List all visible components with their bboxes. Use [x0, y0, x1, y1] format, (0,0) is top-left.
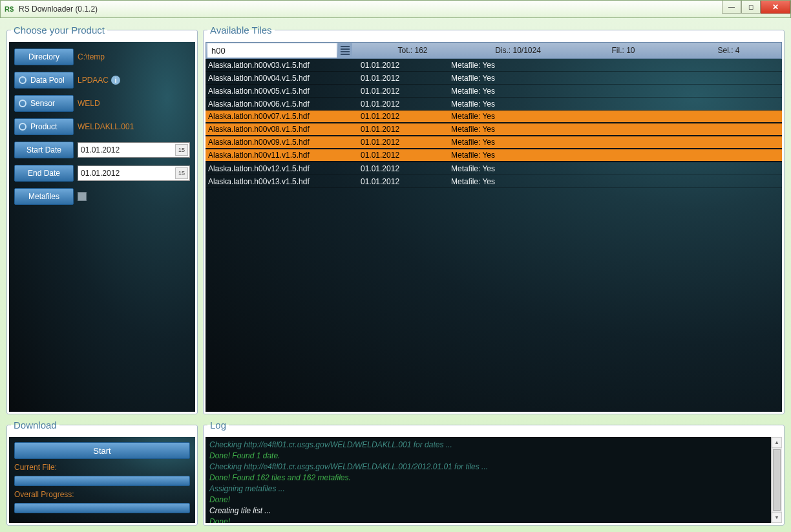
tile-row[interactable]: Alaska.latlon.h00v11.v1.5.hdf01.01.2012M… — [206, 149, 782, 162]
info-icon[interactable]: i — [111, 76, 120, 85]
sensor-button[interactable]: Sensor — [14, 95, 74, 112]
close-button[interactable]: ✕ — [761, 1, 790, 14]
tile-date: 01.01.2012 — [361, 74, 451, 83]
directory-value: C:\temp — [78, 52, 105, 61]
tile-name: Alaska.latlon.h00v04.v1.5.hdf — [206, 74, 361, 83]
log-line: Checking http://e4ftl01.cr.usgs.gov/WELD… — [209, 462, 767, 473]
tiles-header-selected: Sel.: 4 — [676, 46, 781, 55]
app-icon: R$ — [5, 4, 15, 14]
tile-filter-value: h00 — [211, 46, 226, 56]
tile-filter-input[interactable]: h00 — [207, 43, 337, 58]
tile-date: 01.01.2012 — [361, 177, 451, 186]
directory-button-label: Directory — [28, 52, 59, 61]
sensor-value: WELD — [78, 99, 100, 108]
log-text[interactable]: Checking http://e4ftl01.cr.usgs.gov/WELD… — [206, 437, 771, 523]
scroll-thumb[interactable] — [773, 449, 781, 511]
tile-date: 01.01.2012 — [361, 87, 451, 96]
tile-name: Alaska.latlon.h00v11.v1.5.hdf — [206, 151, 361, 160]
start-button-label: Start — [93, 446, 111, 456]
tile-meta: Metafile: Yes — [451, 177, 542, 186]
radio-icon — [19, 123, 26, 131]
tile-date: 01.01.2012 — [361, 164, 451, 173]
startdate-button-label: Start Date — [26, 145, 61, 154]
startdate-button[interactable]: Start Date — [14, 142, 74, 158]
tile-meta: Metafile: Yes — [451, 100, 542, 109]
log-line: Done! — [209, 495, 767, 505]
calendar-icon[interactable]: 15 — [175, 167, 188, 179]
close-icon: ✕ — [772, 3, 779, 12]
directory-button[interactable]: Directory — [14, 48, 74, 65]
log-scrollbar[interactable]: ▲ ▼ — [771, 437, 782, 523]
product-value: WELDAKLL.001 — [78, 122, 134, 131]
tile-meta: Metafile: Yes — [451, 164, 542, 173]
log-line: Checking http://e4ftl01.cr.usgs.gov/WELD… — [209, 440, 767, 451]
log-panel-title: Log — [207, 420, 229, 431]
download-panel: Download Start Current File: Overall Pro… — [6, 420, 198, 526]
scroll-up-icon[interactable]: ▲ — [772, 437, 782, 448]
radio-icon — [19, 100, 26, 107]
tiles-header-total: Tot.: 162 — [360, 46, 465, 55]
startdate-field[interactable]: 01.01.2012 15 — [78, 142, 190, 158]
calendar-icon[interactable]: 15 — [175, 144, 188, 156]
tile-meta: Metafile: Yes — [451, 87, 542, 96]
product-panel: Choose your Product Directory C:\temp Da… — [6, 25, 198, 414]
tile-name: Alaska.latlon.h00v06.v1.5.hdf — [206, 100, 361, 109]
tile-name: Alaska.latlon.h00v07.v1.5.hdf — [206, 112, 361, 121]
product-panel-title: Choose your Product — [11, 25, 107, 36]
tile-meta: Metafile: Yes — [451, 61, 542, 70]
tiles-header-filtered: Fil.: 10 — [571, 46, 676, 55]
metafiles-checkbox[interactable] — [78, 192, 87, 201]
tile-row[interactable]: Alaska.latlon.h00v13.v1.5.hdf01.01.2012M… — [206, 175, 782, 188]
tile-row[interactable]: Alaska.latlon.h00v03.v1.5.hdf01.01.2012M… — [206, 59, 782, 72]
tile-row[interactable]: Alaska.latlon.h00v06.v1.5.hdf01.01.2012M… — [206, 98, 782, 111]
tile-name: Alaska.latlon.h00v12.v1.5.hdf — [206, 164, 361, 173]
minimize-button[interactable]: — — [722, 1, 741, 14]
enddate-field[interactable]: 01.01.2012 15 — [78, 165, 190, 181]
enddate-button-label: End Date — [28, 169, 60, 178]
tile-meta: Metafile: Yes — [451, 125, 542, 134]
tiles-panel: Available Tiles h00 Tot.: 162 Dis.: 10/1… — [203, 25, 785, 414]
scroll-down-icon[interactable]: ▼ — [772, 512, 782, 523]
start-button[interactable]: Start — [14, 442, 190, 459]
log-line: Assigning metafiles ... — [209, 484, 767, 495]
tile-date: 01.01.2012 — [361, 61, 451, 70]
tile-date: 01.01.2012 — [361, 138, 451, 147]
startdate-value: 01.01.2012 — [81, 145, 120, 154]
tile-row[interactable]: Alaska.latlon.h00v12.v1.5.hdf01.01.2012M… — [206, 162, 782, 175]
maximize-button[interactable]: ◻ — [741, 1, 761, 14]
minimize-icon: — — [728, 3, 735, 10]
tile-row[interactable]: Alaska.latlon.h00v08.v1.5.hdf01.01.2012M… — [206, 123, 782, 136]
datapool-value-text: LPDAAC — [78, 76, 109, 85]
tile-date: 01.01.2012 — [361, 151, 451, 160]
tile-meta: Metafile: Yes — [451, 138, 542, 147]
tile-row[interactable]: Alaska.latlon.h00v09.v1.5.hdf01.01.2012M… — [206, 136, 782, 149]
enddate-button[interactable]: End Date — [14, 165, 74, 182]
tile-list[interactable]: Alaska.latlon.h00v03.v1.5.hdf01.01.2012M… — [206, 59, 782, 412]
tile-row[interactable]: Alaska.latlon.h00v07.v1.5.hdf01.01.2012M… — [206, 111, 782, 123]
tile-name: Alaska.latlon.h00v09.v1.5.hdf — [206, 138, 361, 147]
tile-name: Alaska.latlon.h00v05.v1.5.hdf — [206, 87, 361, 96]
overall-progress — [14, 503, 190, 513]
metafiles-button[interactable]: Metafiles — [14, 188, 74, 205]
tile-date: 01.01.2012 — [361, 125, 451, 134]
tile-list-menu-icon[interactable] — [338, 43, 352, 58]
tile-row[interactable]: Alaska.latlon.h00v05.v1.5.hdf01.01.2012M… — [206, 85, 782, 98]
current-file-label: Current File: — [14, 463, 190, 472]
tile-date: 01.01.2012 — [361, 112, 451, 121]
tile-date: 01.01.2012 — [361, 100, 451, 109]
radio-icon — [19, 76, 26, 84]
log-line: Done! — [209, 516, 767, 523]
maximize-icon: ◻ — [748, 3, 754, 10]
tile-row[interactable]: Alaska.latlon.h00v04.v1.5.hdf01.01.2012M… — [206, 72, 782, 85]
current-file-progress — [14, 476, 190, 486]
window-titlebar[interactable]: R$ RS Downloader (0.1.2) — ◻ ✕ — [0, 0, 791, 18]
tile-name: Alaska.latlon.h00v13.v1.5.hdf — [206, 177, 361, 186]
sensor-button-label: Sensor — [30, 99, 55, 108]
datapool-button[interactable]: Data Pool — [14, 72, 74, 89]
product-button[interactable]: Product — [14, 118, 74, 135]
metafiles-button-label: Metafiles — [28, 192, 59, 201]
tiles-panel-title: Available Tiles — [207, 25, 275, 36]
log-line: Done! Found 1 date. — [209, 451, 767, 462]
log-line: Done! Found 162 tiles and 162 metafiles. — [209, 473, 767, 484]
enddate-value: 01.01.2012 — [81, 169, 120, 178]
